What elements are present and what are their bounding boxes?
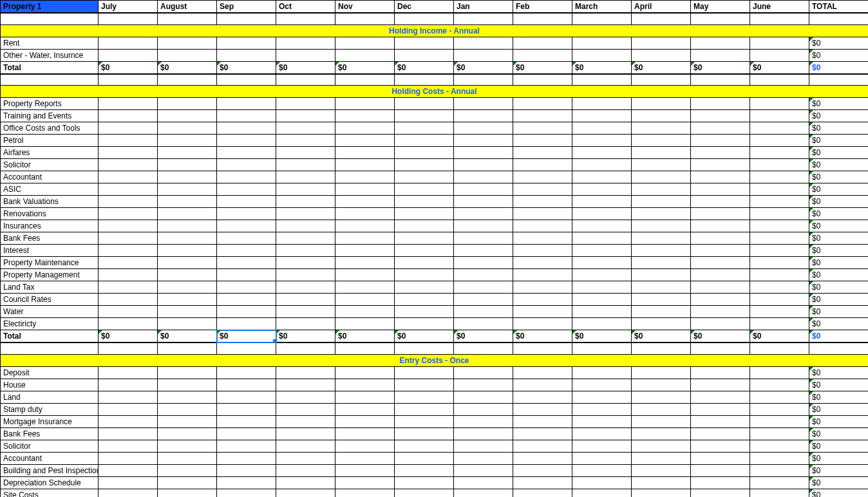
data-cell[interactable] — [454, 391, 513, 403]
data-cell[interactable] — [217, 232, 276, 245]
spacer-cell[interactable] — [454, 13, 513, 24]
data-cell[interactable] — [335, 159, 395, 171]
data-cell[interactable] — [335, 245, 395, 257]
data-cell[interactable] — [513, 415, 572, 427]
data-cell[interactable] — [395, 257, 454, 269]
data-cell[interactable] — [335, 171, 395, 183]
data-cell[interactable] — [454, 379, 513, 391]
data-cell[interactable] — [395, 489, 454, 497]
data-cell[interactable] — [99, 49, 158, 61]
data-cell[interactable] — [395, 318, 454, 330]
data-cell[interactable] — [99, 110, 158, 122]
data-cell[interactable] — [217, 415, 276, 427]
data-cell[interactable] — [632, 159, 691, 171]
data-cell[interactable] — [335, 306, 395, 318]
data-cell[interactable] — [99, 232, 158, 245]
data-cell[interactable] — [750, 403, 809, 415]
data-cell[interactable] — [632, 183, 691, 196]
row-label[interactable]: Bank Fees — [1, 232, 99, 245]
data-cell[interactable] — [217, 135, 276, 147]
data-cell[interactable] — [335, 183, 395, 196]
data-cell[interactable] — [632, 452, 691, 464]
spacer-cell[interactable] — [750, 74, 809, 86]
row-total-cell[interactable]: $0 — [809, 98, 869, 110]
data-cell[interactable] — [691, 403, 750, 415]
spacer-cell[interactable] — [809, 74, 869, 86]
data-cell[interactable] — [276, 306, 335, 318]
data-cell[interactable] — [395, 269, 454, 281]
data-cell[interactable] — [632, 306, 691, 318]
data-cell[interactable] — [335, 476, 395, 489]
data-cell[interactable] — [691, 366, 750, 379]
data-cell[interactable] — [632, 403, 691, 415]
data-cell[interactable] — [158, 171, 217, 183]
data-cell[interactable] — [572, 220, 632, 232]
data-cell[interactable] — [572, 257, 632, 269]
data-cell[interactable] — [276, 98, 335, 110]
data-cell[interactable] — [454, 476, 513, 489]
data-cell[interactable] — [632, 318, 691, 330]
data-cell[interactable] — [572, 98, 632, 110]
data-cell[interactable] — [217, 208, 276, 220]
data-cell[interactable] — [335, 366, 395, 379]
row-total-cell[interactable]: $0 — [809, 37, 869, 49]
data-cell[interactable] — [513, 489, 572, 497]
data-cell[interactable] — [632, 366, 691, 379]
data-cell[interactable] — [99, 403, 158, 415]
total-month-cell[interactable]: $0 — [572, 61, 632, 74]
data-cell[interactable] — [217, 98, 276, 110]
data-cell[interactable] — [276, 281, 335, 294]
data-cell[interactable] — [572, 294, 632, 306]
data-cell[interactable] — [454, 196, 513, 208]
data-cell[interactable] — [158, 476, 217, 489]
data-cell[interactable] — [572, 318, 632, 330]
data-cell[interactable] — [750, 306, 809, 318]
total-month-cell[interactable]: $0 — [158, 61, 217, 74]
data-cell[interactable] — [276, 379, 335, 391]
data-cell[interactable] — [572, 366, 632, 379]
total-month-cell[interactable]: $0 — [750, 61, 809, 74]
total-month-cell[interactable]: $0 — [99, 330, 158, 343]
data-cell[interactable] — [454, 245, 513, 257]
data-cell[interactable] — [99, 489, 158, 497]
data-cell[interactable] — [454, 208, 513, 220]
data-cell[interactable] — [158, 415, 217, 427]
data-cell[interactable] — [217, 489, 276, 497]
row-label[interactable]: Solicitor — [1, 159, 99, 171]
row-label[interactable]: Airfares — [1, 147, 99, 159]
spacer-cell[interactable] — [99, 342, 158, 354]
data-cell[interactable] — [632, 245, 691, 257]
data-cell[interactable] — [99, 269, 158, 281]
data-cell[interactable] — [572, 379, 632, 391]
data-cell[interactable] — [395, 281, 454, 294]
data-cell[interactable] — [750, 379, 809, 391]
data-cell[interactable] — [691, 427, 750, 440]
data-cell[interactable] — [513, 379, 572, 391]
row-label[interactable]: Interest — [1, 245, 99, 257]
data-cell[interactable] — [691, 391, 750, 403]
data-cell[interactable] — [158, 294, 217, 306]
data-cell[interactable] — [454, 257, 513, 269]
total-month-cell[interactable]: $0 — [691, 61, 750, 74]
data-cell[interactable] — [158, 37, 217, 49]
data-cell[interactable] — [632, 269, 691, 281]
data-cell[interactable] — [691, 245, 750, 257]
data-cell[interactable] — [632, 391, 691, 403]
data-cell[interactable] — [217, 318, 276, 330]
data-cell[interactable] — [395, 159, 454, 171]
spacer-cell[interactable] — [691, 342, 750, 354]
spacer-cell[interactable] — [276, 74, 335, 86]
data-cell[interactable] — [632, 196, 691, 208]
data-cell[interactable] — [395, 245, 454, 257]
data-cell[interactable] — [572, 122, 632, 135]
data-cell[interactable] — [158, 220, 217, 232]
data-cell[interactable] — [513, 391, 572, 403]
row-total-cell[interactable]: $0 — [809, 415, 869, 427]
data-cell[interactable] — [395, 98, 454, 110]
data-cell[interactable] — [572, 427, 632, 440]
data-cell[interactable] — [691, 183, 750, 196]
data-cell[interactable] — [513, 403, 572, 415]
data-cell[interactable] — [691, 489, 750, 497]
data-cell[interactable] — [572, 391, 632, 403]
total-month-cell[interactable]: $0 — [750, 330, 809, 343]
